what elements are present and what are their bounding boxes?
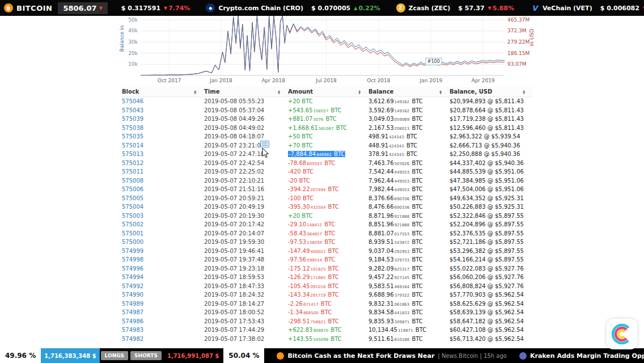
ticker-item[interactable]: ZZcash (ZEC)$ 57.37▼5.88% — [396, 3, 514, 12]
amount-cell: +143.55545098 BTC — [288, 336, 368, 342]
balance-usd-cell: $58,639,139 @ $5,962.54 — [450, 309, 533, 315]
balance-usd-cell: $57,770,903 @ $5,962.54 — [450, 292, 533, 298]
block-link[interactable]: 575008 — [122, 178, 204, 184]
time-cell: 2019-05-08 04:18:07 — [204, 133, 288, 140]
block-link[interactable]: 575001 — [122, 230, 204, 237]
balance-cell: 3,592.69149162 BTC — [368, 107, 450, 113]
block-link[interactable]: 574983 — [122, 327, 204, 333]
svg-text:in USD: in USD — [529, 29, 535, 46]
news-item[interactable]: Kraken Adds Margin Trading Opportunity i… — [519, 352, 644, 360]
balance-usd-cell: $56,713,420 @ $5,962.54 — [450, 336, 533, 342]
block-link[interactable]: 575012 — [122, 160, 204, 166]
table-body: 5750462019-05-08 05:55:23+20 BTC3,612.69… — [122, 97, 533, 343]
time-cell: 2019-05-07 23:21:09 — [204, 142, 288, 149]
block-link[interactable]: 575005 — [122, 195, 204, 201]
sort-icon[interactable]: ▲▼ — [523, 90, 525, 94]
ticker-item[interactable]: $ 0.317591▼7.74% — [117, 5, 190, 12]
balance-cell: 9,835.93309871 BTC — [368, 318, 450, 324]
balance-usd-cell: $2,666,713 @ $5,940.36 — [450, 142, 533, 149]
block-link[interactable]: 574994 — [122, 274, 204, 280]
news-item[interactable]: Bitcoin Cash as the Next Fork Draws Near… — [277, 352, 507, 360]
amount-cell: -20 BTC — [288, 178, 368, 184]
block-link[interactable]: 574999 — [122, 248, 204, 254]
block-link[interactable]: 575035 — [122, 133, 204, 140]
table-row: 5750132019-05-07 22:47:18-7,884.84846962… — [122, 150, 533, 159]
time-cell: 2019-05-08 05:37:04 — [204, 107, 288, 113]
table-row: 5749862019-05-07 17:53:43-298.51758821 B… — [122, 317, 533, 326]
column-label: Balance, USD — [450, 88, 492, 95]
sort-icon[interactable]: ▲▼ — [278, 90, 280, 94]
coin-change: ▼5.88% — [488, 5, 514, 12]
shorts-percent: 50.04 % — [223, 348, 264, 363]
block-link[interactable]: 575043 — [122, 107, 204, 113]
table-row: 5750462019-05-08 05:55:23+20 BTC3,612.69… — [122, 97, 533, 106]
column-header-block[interactable]: Block▲▼ — [122, 88, 204, 95]
svg-text:186.15M: 186.15M — [507, 50, 529, 56]
news-headline[interactable]: Kraken Adds Margin Trading Opportunity i… — [530, 352, 644, 360]
balance-usd-cell: $53,296,382 @ $5,897.55 — [450, 248, 533, 254]
amount-cell: -143.34291719 BTC — [288, 292, 368, 298]
block-link[interactable]: 575004 — [122, 204, 204, 210]
block-link[interactable]: 575013 — [122, 151, 204, 157]
amount-cell: +1,668.61581067 BTC — [288, 125, 368, 131]
block-link[interactable]: 574989 — [122, 301, 204, 307]
news-headline[interactable]: Bitcoin Cash as the Next Fork Draws Near — [287, 352, 434, 360]
balance-cell: 9,834.58441833 BTC — [368, 309, 450, 315]
svg-text:10k: 10k — [128, 61, 138, 67]
time-cell: 2019-05-07 21:51:16 — [204, 186, 288, 192]
block-link[interactable]: 574986 — [122, 318, 204, 324]
block-link[interactable]: 574996 — [122, 265, 204, 272]
block-link[interactable]: 575014 — [122, 142, 204, 149]
amount-cell: -1.34868500 BTC — [288, 309, 368, 315]
amount-cell: +543.65158557 BTC — [288, 107, 368, 113]
column-header-balance[interactable]: Balance▲▼ — [368, 88, 450, 95]
bitcoin-price-widget[interactable]: ฿ BITCOIN 5806.07 ▼ — [0, 2, 108, 14]
balance-cell: 8,881.07017553 BTC — [368, 230, 450, 237]
longs-button[interactable]: LONGS — [101, 351, 128, 360]
table-row: 5749872019-05-07 18:00:52-1.34868500 BTC… — [122, 308, 533, 317]
ticker-item[interactable]: ◆Crypto.com Chain (CRO)$ 0.070005▲0.22% — [206, 3, 380, 12]
block-link[interactable]: 575003 — [122, 213, 204, 219]
svg-text:#100: #100 — [427, 59, 440, 64]
block-link[interactable]: 575039 — [122, 116, 204, 122]
block-link[interactable]: 575038 — [122, 125, 204, 131]
column-header-amount[interactable]: Amount▲▼ — [288, 88, 368, 95]
coin-ticker-items: $ 0.317591▼7.74%◆Crypto.com Chain (CRO)$… — [117, 3, 644, 13]
time-cell: 2019-05-07 20:59:21 — [204, 195, 288, 201]
sort-icon[interactable]: ▲▼ — [358, 90, 361, 94]
block-link[interactable]: 574982 — [122, 336, 204, 342]
svg-text:372.3M: 372.3M — [507, 28, 527, 33]
sort-icon[interactable]: ▲▼ — [439, 90, 442, 94]
block-link[interactable]: 574992 — [122, 283, 204, 289]
block-link[interactable]: 575000 — [122, 239, 204, 245]
block-link[interactable]: 575046 — [122, 98, 204, 104]
svg-text:Jan 2018: Jan 2018 — [209, 78, 232, 83]
balance-cell: 9,832.31061863 BTC — [368, 301, 450, 307]
balance-usd-cell: $56,808,824 @ $5,927.76 — [450, 283, 533, 289]
time-cell: 2019-05-07 22:42:54 — [204, 160, 288, 166]
balance-cell: 7,463.76503026 BTC — [368, 160, 450, 166]
block-link[interactable]: 575011 — [122, 168, 204, 175]
block-link[interactable]: 575006 — [122, 186, 204, 192]
table-row: 5749902019-05-07 18:24:32-143.34291719 B… — [122, 290, 533, 299]
block-link[interactable]: 574987 — [122, 309, 204, 315]
amount-cell: -58.43064857 BTC — [288, 230, 368, 237]
column-label: Time — [204, 88, 219, 95]
block-link[interactable]: 574998 — [122, 256, 204, 263]
time-cell: 2019-05-07 20:17:42 — [204, 221, 288, 227]
block-link[interactable]: 574990 — [122, 292, 204, 298]
balance-history-chart[interactable]: 50k465.37M40k372.3M30k279.22M20k186.15M1… — [118, 16, 537, 86]
table-row: 5750022019-05-07 20:17:42-29.10148412 BT… — [122, 220, 533, 229]
block-link[interactable]: 575002 — [122, 221, 204, 227]
bitcoin-label: BITCOIN — [16, 4, 52, 12]
column-header-balance-usd[interactable]: Balance, USD▲▼ — [450, 88, 533, 95]
table-row: 5749832019-05-07 17:44:29+622.83908870 B… — [122, 326, 533, 335]
time-cell: 2019-05-07 19:23:18 — [204, 265, 288, 272]
sort-icon[interactable]: ▲▼ — [194, 90, 196, 94]
balance-usd-cell: $49,634,352 @ $5,925.31 — [450, 195, 533, 201]
ticker-item[interactable]: VVeChain (VET)$ 0.006082▼4.37% — [530, 3, 644, 12]
amount-cell: -97.56598554 BTC — [288, 256, 368, 263]
shorts-button[interactable]: SHORTS — [130, 351, 162, 360]
column-header-time[interactable]: Time▲▼ — [204, 88, 288, 95]
table-row: 5750032019-05-07 20:19:30+20 BTC8,871.96… — [122, 212, 533, 221]
